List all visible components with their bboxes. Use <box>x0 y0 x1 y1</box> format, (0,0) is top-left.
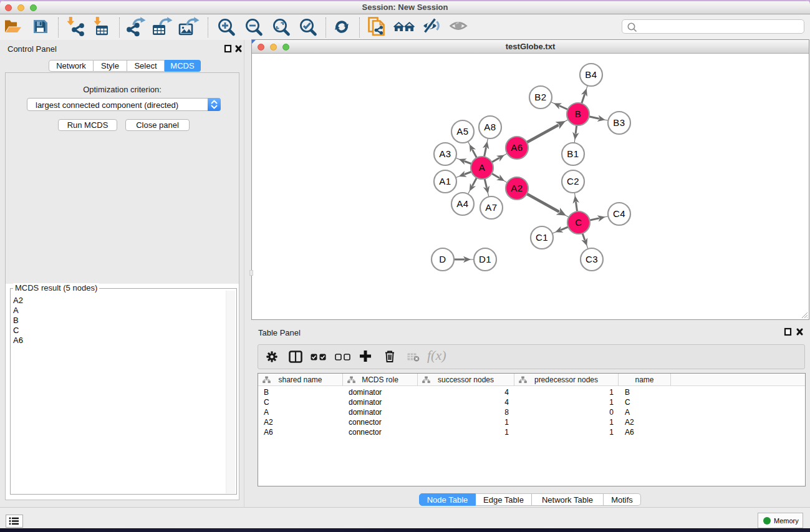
svg-text:A3: A3 <box>439 148 451 159</box>
svg-text:C: C <box>575 217 582 228</box>
svg-text:C1: C1 <box>536 232 548 243</box>
svg-text:A4: A4 <box>456 198 468 209</box>
svg-text:A5: A5 <box>456 126 468 137</box>
svg-text:D1: D1 <box>479 254 491 264</box>
svg-text:B4: B4 <box>585 69 597 80</box>
svg-text:B1: B1 <box>567 148 579 159</box>
svg-text:A6: A6 <box>511 142 523 153</box>
svg-text:B3: B3 <box>613 117 625 128</box>
svg-text:C2: C2 <box>567 176 579 186</box>
svg-text:B2: B2 <box>534 92 546 102</box>
svg-text:A2: A2 <box>511 183 523 193</box>
svg-text:A8: A8 <box>484 122 496 132</box>
svg-text:C3: C3 <box>586 254 598 264</box>
svg-text:A: A <box>479 162 486 173</box>
svg-text:D: D <box>439 254 446 264</box>
svg-text:A7: A7 <box>485 202 497 213</box>
svg-text:C4: C4 <box>613 208 625 219</box>
svg-text:A1: A1 <box>439 176 451 186</box>
svg-text:B: B <box>575 109 582 119</box>
